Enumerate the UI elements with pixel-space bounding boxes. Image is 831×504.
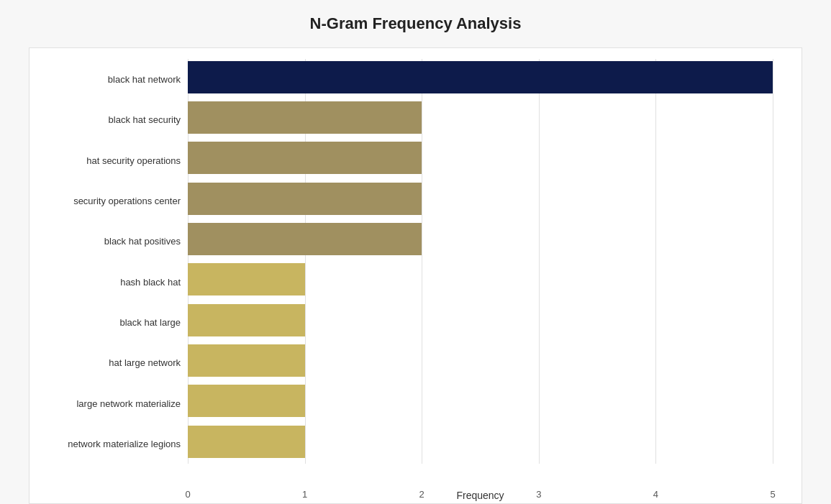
chart-container: N-Gram Frequency Analysis black hat netw… — [0, 0, 831, 504]
bar — [188, 61, 773, 93]
bar — [188, 344, 305, 377]
bar-label: black hat large — [29, 316, 181, 327]
bar — [188, 426, 305, 458]
chart-title: N-Gram Frequency Analysis — [29, 14, 802, 33]
bar-label: network materialize legions — [29, 438, 181, 449]
grid-line — [773, 59, 773, 464]
grid-line — [655, 59, 656, 464]
bar-label: black hat security — [29, 114, 181, 125]
bar-label: large network materialize — [29, 398, 181, 408]
bar — [188, 263, 305, 295]
bar-label: security operations center — [29, 196, 181, 206]
bar — [188, 385, 305, 417]
bar — [188, 101, 422, 134]
bar-label: hash black hat — [29, 276, 181, 287]
bar — [188, 304, 305, 336]
bar-label: hat security operations — [29, 155, 181, 165]
grid-line — [539, 59, 540, 464]
grid-line — [422, 59, 422, 464]
bar-label: black hat positives — [29, 236, 181, 247]
bar-label: hat large network — [29, 357, 181, 368]
bar — [188, 183, 422, 215]
bar — [188, 223, 422, 255]
bar — [188, 142, 422, 174]
x-axis-label: Frequency — [188, 490, 773, 501]
bar-label: black hat network — [29, 74, 181, 85]
plot-area: black hat networkblack hat securityhat s… — [188, 59, 773, 464]
